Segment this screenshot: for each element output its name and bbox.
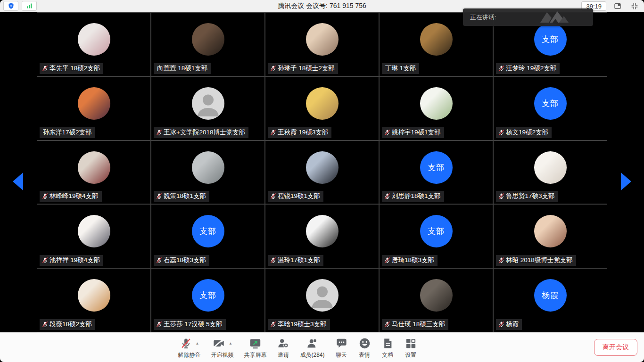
participant-name: 孙东洋17硕2支部 (43, 128, 92, 137)
participant-avatar (78, 151, 110, 184)
mic-muted-icon (270, 321, 276, 328)
participant-avatar (306, 279, 339, 312)
participant-name-label: 林峰峰19硕4支部 (40, 191, 102, 202)
participant-grid: 李先平 18硕2支部 向萱萱 18硕1支部 孙琳子 18硕士2支部 丁琳 1支部 (37, 12, 607, 332)
participant-name: 王冰+文学院2018博士党支部 (164, 128, 245, 137)
mic-muted-icon (42, 65, 48, 72)
mic-muted-icon (156, 193, 162, 199)
mic-muted-icon (498, 193, 504, 199)
layout-view-icon (613, 2, 622, 10)
participant-tile[interactable]: 姚梓宇19硕1支部 (380, 77, 493, 140)
leave-meeting-button[interactable]: 离开会议 (594, 339, 637, 356)
participant-tile[interactable]: 王秋霞 19硕3支部 (265, 77, 379, 140)
participant-name: 石蕊18硕3支部 (164, 256, 206, 264)
participant-name: 李先平 18硕2支部 (50, 64, 100, 73)
participant-name: 杨霞 (506, 320, 519, 329)
participant-name-label: 王秋霞 19硕3支部 (268, 127, 331, 138)
mic-muted-icon (498, 321, 504, 328)
participant-avatar (306, 87, 339, 120)
participant-name-label: 唐琦18硕3支部 (382, 255, 438, 266)
participant-avatar (534, 151, 567, 184)
participant-tile[interactable]: 支部 唐琦18硕3支部 (380, 205, 493, 268)
participant-name: 向萱萱 18硕1支部 (157, 64, 207, 73)
settings-button[interactable]: 设置 (399, 336, 422, 359)
participant-tile[interactable]: 李晗19硕士3支部 (265, 269, 379, 332)
participant-name-label: 汪梦玲 19硕2支部 (496, 63, 560, 74)
previous-page-arrow[interactable] (13, 173, 23, 190)
members-label: 成员(284) (300, 351, 324, 359)
share-screen-button[interactable]: 共享屏幕 (239, 336, 272, 359)
participant-avatar (78, 215, 110, 247)
share-screen-label: 共享屏幕 (244, 351, 266, 359)
video-options-caret[interactable]: ▲ (229, 341, 232, 346)
settings-icon (405, 337, 417, 350)
members-button[interactable]: 成员(284) (295, 336, 330, 359)
mic-muted-icon (384, 321, 390, 328)
layout-view-button[interactable] (612, 1, 623, 11)
participant-name-label: 李晗19硕士3支部 (268, 319, 330, 330)
participant-tile[interactable]: 林昭 2018级博士党支部 (494, 205, 607, 268)
participant-tile[interactable]: 温玲17硕1支部 (265, 205, 379, 268)
documents-button[interactable]: 文档 (376, 336, 399, 359)
participant-tile[interactable]: 杨霞 杨霞 (494, 269, 607, 332)
emoji-button[interactable]: 表情 (353, 336, 376, 359)
participant-name: 孙琳子 18硕士2支部 (278, 64, 335, 73)
participant-tile[interactable]: 段薇18硕2支部 (37, 269, 150, 332)
participant-name: 程锐19硕1支部 (278, 192, 320, 200)
participant-avatar (192, 23, 224, 56)
mic-muted-icon (498, 65, 504, 72)
document-icon (381, 337, 394, 350)
participant-tile[interactable]: 马仕瑛 18硕三支部 (380, 269, 493, 332)
share-screen-icon (249, 337, 262, 350)
mic-options-caret[interactable]: ▲ (196, 341, 199, 346)
participant-tile[interactable]: 支部 杨文19硕2支部 (494, 77, 607, 140)
emoji-label: 表情 (359, 351, 370, 359)
participant-name: 王莎莎 17汉硕 5支部 (164, 320, 223, 329)
participant-tile[interactable]: 支部 石蕊18硕3支部 (151, 205, 264, 268)
mic-muted-icon (498, 257, 504, 263)
participant-name: 唐琦18硕3支部 (392, 256, 434, 264)
participant-tile[interactable]: 支部 王莎莎 17汉硕 5支部 (151, 269, 264, 332)
mic-muted-icon (270, 257, 276, 263)
participant-tile[interactable]: 孙东洋17硕2支部 (37, 77, 150, 140)
chat-button[interactable]: 聊天 (330, 336, 353, 359)
participant-name-label: 王莎莎 17汉硕 5支部 (154, 319, 226, 330)
participant-name-label: 程锐19硕1支部 (268, 191, 323, 202)
participant-tile[interactable]: 鲁思贤17硕3支部 (494, 141, 607, 204)
participant-tile[interactable]: 程锐19硕1支部 (265, 141, 379, 204)
camera-off-icon (212, 337, 225, 350)
unmute-button[interactable]: ▲ 解除静音 (173, 336, 206, 359)
participant-tile[interactable]: 林峰峰19硕4支部 (37, 141, 150, 204)
participant-tile[interactable]: 孙琳子 18硕士2支部 (265, 13, 379, 76)
participant-tile[interactable]: 支部 刘思静18硕1支部 (380, 141, 493, 204)
participant-avatar: 杨霞 (534, 279, 567, 312)
participant-tile[interactable]: 向萱萱 18硕1支部 (151, 13, 264, 76)
start-video-button[interactable]: ▲ 开启视频 (206, 336, 239, 359)
participant-tile[interactable]: 李先平 18硕2支部 (37, 13, 150, 76)
fullscreen-icon (630, 2, 639, 10)
speaking-label: 正在讲话: (470, 13, 496, 22)
mic-muted-icon (270, 129, 276, 136)
invite-button[interactable]: 邀请 (272, 336, 295, 359)
participant-avatar: 支部 (534, 23, 567, 56)
next-page-arrow[interactable] (621, 173, 631, 190)
participant-name-label: 马仕瑛 18硕三支部 (382, 319, 448, 330)
participant-name-label: 孙琳子 18硕士2支部 (268, 63, 338, 74)
settings-label: 设置 (405, 351, 416, 359)
mic-muted-icon (42, 321, 48, 328)
mic-muted-icon (384, 257, 390, 263)
participant-tile[interactable]: 魏策18硕1支部 (151, 141, 264, 204)
participant-name: 魏策18硕1支部 (164, 192, 206, 200)
participant-avatar (192, 151, 224, 184)
mic-muted-icon (42, 257, 48, 263)
fullscreen-button[interactable] (629, 1, 640, 11)
mic-muted-icon (156, 129, 162, 136)
mic-muted-icon (156, 257, 162, 263)
watermark-logo (537, 9, 573, 25)
participant-tile[interactable]: 池祥祥 19硕4支部 (37, 205, 150, 268)
chat-icon (335, 337, 348, 350)
emoji-icon (358, 337, 371, 350)
chat-label: 聊天 (336, 351, 347, 359)
participant-name-label: 石蕊18硕3支部 (154, 255, 209, 266)
participant-tile[interactable]: 王冰+文学院2018博士党支部 (151, 77, 264, 140)
